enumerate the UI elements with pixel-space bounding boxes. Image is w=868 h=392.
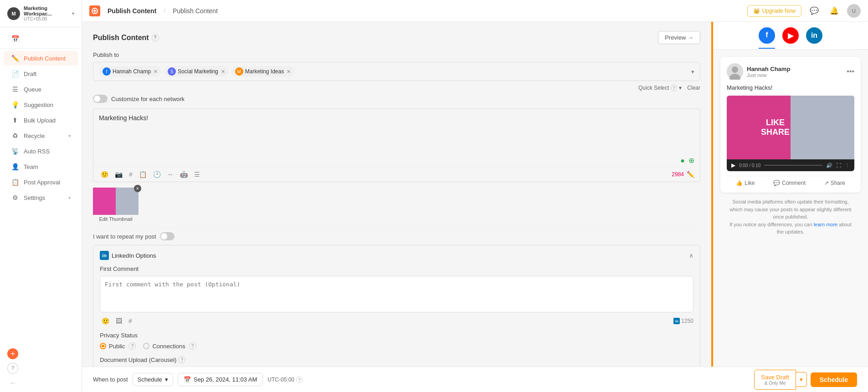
privacy-connections-option[interactable]: Connections ? — [143, 342, 196, 350]
preview-tab-linkedin[interactable]: in — [806, 27, 822, 44]
remove-hannah-button[interactable]: ✕ — [154, 69, 158, 75]
remove-marketing-button[interactable]: ✕ — [287, 69, 291, 75]
like-action[interactable]: 👍 Like — [736, 180, 755, 186]
char-count: 2984 — [672, 171, 684, 178]
video-progress-bar[interactable] — [764, 165, 822, 166]
volume-icon[interactable]: 🔊 — [826, 163, 832, 168]
edit-icon[interactable]: ✏️ — [687, 171, 694, 178]
sidebar-item-team[interactable]: 👤 Team — [4, 159, 78, 174]
schedule-chevron-icon: ▾ — [165, 376, 168, 383]
emoji-button[interactable]: 🙂 — [99, 170, 110, 179]
comment-image-button[interactable]: 🖼 — [114, 316, 124, 326]
sidebar-bottom: + ? ← — [0, 345, 82, 392]
schedule-select[interactable]: Schedule ▾ — [133, 373, 173, 386]
comment-hashtag-button[interactable]: # — [127, 316, 134, 326]
learn-more-link[interactable]: learn more — [814, 222, 838, 227]
li-small-icon: in — [673, 318, 680, 324]
toggle-knob — [94, 96, 100, 102]
post-menu-button[interactable]: ••• — [847, 67, 854, 76]
doc-upload-section: Document Upload (Carousel) ? — [93, 356, 700, 367]
doc-upload-help-icon[interactable]: ? — [178, 356, 185, 363]
sidebar-item-label: Settings — [24, 194, 45, 201]
quick-select-button[interactable]: Quick Select ? ▾ — [638, 85, 682, 91]
fullscreen-icon[interactable]: ⛶ — [836, 163, 841, 168]
sidebar-item-queue[interactable]: ☰ Queue — [4, 82, 78, 97]
share-action[interactable]: ↗ Share — [824, 180, 845, 186]
copy-button[interactable]: 📋 — [137, 170, 149, 179]
doc-upload-label: Document Upload (Carousel) ? — [100, 356, 693, 363]
messages-button[interactable]: 💬 — [807, 4, 822, 18]
user-avatar[interactable]: U — [847, 4, 861, 18]
publish-to-chevron-icon[interactable]: ▾ — [691, 68, 694, 75]
add-button[interactable]: + — [7, 348, 18, 359]
sidebar-collapse-button[interactable]: ← — [7, 377, 18, 388]
svg-marker-9 — [791, 96, 854, 159]
sidebar-item-autorss[interactable]: 📡 Auto RSS — [4, 144, 78, 158]
robot-button[interactable]: 🤖 — [178, 170, 190, 179]
help-button[interactable]: ? — [7, 363, 18, 374]
publish-to-box[interactable]: f Hannah Champ ✕ S Social Marketing ✕ M … — [93, 62, 700, 81]
save-draft-dropdown-button[interactable]: ▾ — [796, 372, 807, 387]
preview-content: Hannah Champ Just now ••• Marketing Hack… — [713, 50, 868, 367]
post-text-input[interactable]: Marketing Hacks! — [93, 109, 700, 154]
thumbnail-section: ✕ Edit Thumbnail — [93, 188, 139, 222]
list-button[interactable]: ☰ — [192, 170, 202, 179]
sidebar-item-publish[interactable]: ✏️ Publish Content — [4, 51, 78, 66]
comment-action[interactable]: 💬 Comment — [773, 180, 806, 186]
clock-button[interactable]: 🕐 — [151, 170, 163, 179]
editor-panel: Publish Content ? Preview → Publish to f… — [82, 22, 711, 367]
connections-help-icon[interactable]: ? — [189, 342, 196, 350]
linkedin-options-header[interactable]: in LinkedIn Options ∧ — [93, 245, 700, 265]
preview-tab-facebook[interactable]: f — [759, 27, 775, 44]
comment-icon: 💬 — [773, 180, 780, 186]
arrows-button[interactable]: ↔ — [165, 170, 175, 179]
hashtag-button[interactable]: # — [127, 170, 134, 179]
thumbnail-image — [93, 188, 139, 215]
topnav-right: 👑 Upgrade Now 💬 🔔 U — [747, 4, 861, 18]
upgrade-button[interactable]: 👑 Upgrade Now — [747, 5, 801, 17]
video-time: 0:00 / 0:10 — [739, 163, 760, 168]
preview-button[interactable]: Preview → — [658, 31, 700, 44]
first-comment-input[interactable] — [100, 276, 693, 312]
publish-to-label: Publish to — [93, 51, 700, 58]
autorss-icon: 📡 — [11, 148, 19, 155]
preview-disclaimer: Social media platforms often update thei… — [720, 193, 861, 241]
play-button[interactable]: ▶ — [731, 162, 735, 168]
sidebar-item-recycle[interactable]: ♻ Recycle ▾ — [4, 128, 78, 143]
sidebar-item-bulk[interactable]: ⬆ Bulk Upload — [4, 113, 78, 127]
messages-icon: 💬 — [810, 6, 819, 15]
save-draft-button[interactable]: Save Draft & Only Me — [754, 370, 796, 390]
remove-thumbnail-button[interactable]: ✕ — [134, 185, 141, 192]
notifications-button[interactable]: 🔔 — [827, 4, 842, 18]
workspace-selector[interactable]: M Marketing Workspac... UTC+05:00 ▾ — [0, 0, 82, 27]
editor-help-icon[interactable]: ? — [152, 34, 159, 41]
public-help-icon[interactable]: ? — [128, 342, 136, 350]
preview-tab-youtube[interactable]: ▶ — [782, 27, 799, 44]
date-picker-button[interactable]: 📅 Sep 26, 2024, 11:03 AM — [178, 373, 263, 386]
customize-toggle[interactable] — [93, 95, 108, 103]
linkedin-collapse-button[interactable]: ∧ — [689, 252, 693, 259]
clear-button[interactable]: Clear — [687, 85, 700, 91]
topnav: Publish Content / Publish Content 👑 Upgr… — [82, 0, 868, 22]
radio-connections-circle — [143, 343, 149, 349]
sidebar-item-settings[interactable]: ⚙ Settings ▾ — [4, 190, 78, 205]
sidebar-item-draft[interactable]: 📄 Draft — [4, 66, 78, 81]
sidebar-item-postapproval[interactable]: 📋 Post Approval — [4, 175, 78, 189]
post-avatar — [727, 63, 743, 80]
workspace-name: Marketing Workspac... — [24, 5, 68, 16]
comment-emoji-button[interactable]: 🙂 — [100, 316, 111, 326]
schedule-button[interactable]: Schedule — [811, 372, 857, 387]
linkedin-options-title: in LinkedIn Options — [100, 251, 156, 260]
repeat-toggle[interactable] — [160, 232, 175, 240]
crown-icon: 👑 — [753, 8, 760, 14]
camera-button[interactable]: 📷 — [113, 170, 124, 179]
privacy-public-option[interactable]: Public ? — [100, 342, 136, 350]
video-more-button[interactable]: ⋮ — [845, 163, 850, 168]
timezone-button[interactable]: UTC-05:00 ? — [267, 377, 303, 383]
sidebar-item-suggestion[interactable]: 💡 Suggestion — [4, 97, 78, 112]
remove-social-button[interactable]: ✕ — [221, 69, 225, 75]
bottom-bar: When to post Schedule ▾ 📅 Sep 26, 2024, … — [82, 367, 868, 392]
sidebar-item-calendar[interactable]: 📅 — [4, 31, 78, 46]
edit-thumbnail-button[interactable]: Edit Thumbnail — [93, 216, 139, 222]
channel-tag-marketing: M Marketing Ideas ✕ — [231, 66, 294, 77]
